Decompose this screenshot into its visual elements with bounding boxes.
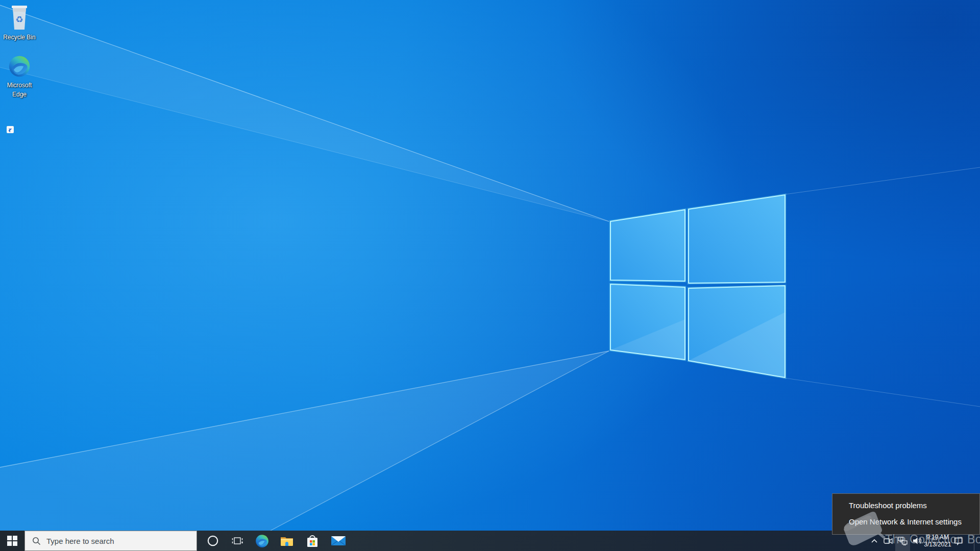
taskbar-button-task-view[interactable] [225,531,250,551]
menu-item-open-network-settings[interactable]: Open Network & Internet settings [832,514,979,530]
action-center-icon [953,537,963,545]
desktop-icon-microsoft-edge[interactable]: Microsoft Edge [0,55,39,99]
windows-start-icon [7,536,17,546]
desktop-icon-label: Microsoft [0,81,39,90]
menu-item-troubleshoot-problems[interactable]: Troubleshoot problems [832,497,979,514]
meet-now-icon [884,537,893,545]
edge-icon [255,534,269,548]
search-icon [32,537,41,545]
microsoft-store-icon [306,534,319,548]
search-placeholder: Type here to search [46,537,114,545]
task-view-icon [232,536,243,545]
recycle-bin-icon: ♻ [9,4,30,31]
edge-icon [8,55,31,78]
cortana-icon [207,535,219,547]
volume-icon [913,537,922,545]
taskbar-button-edge[interactable] [250,531,274,551]
desktop-wallpaper [0,0,980,551]
taskbar-button-file-explorer[interactable] [275,531,299,551]
shortcut-arrow-icon [7,126,14,133]
chevron-up-icon [870,538,878,544]
mail-icon [331,535,346,546]
desktop-icon-label: Recycle Bin [0,33,39,42]
windows-hero-logo [0,0,980,531]
file-explorer-icon [280,535,294,546]
search-input[interactable]: Type here to search [24,531,197,551]
start-button[interactable] [0,531,24,551]
network-icon [898,537,908,545]
desktop-icon-label: Edge [0,90,39,99]
taskbar-button-mail[interactable] [326,531,351,551]
desktop-icon-recycle-bin[interactable]: ♻ Recycle Bin [0,4,39,42]
taskbar-button-cortana[interactable] [201,531,225,551]
network-context-menu: Troubleshoot problems Open Network & Int… [832,493,980,535]
taskbar-button-microsoft-store[interactable] [300,531,325,551]
svg-text:♻: ♻ [15,14,23,24]
